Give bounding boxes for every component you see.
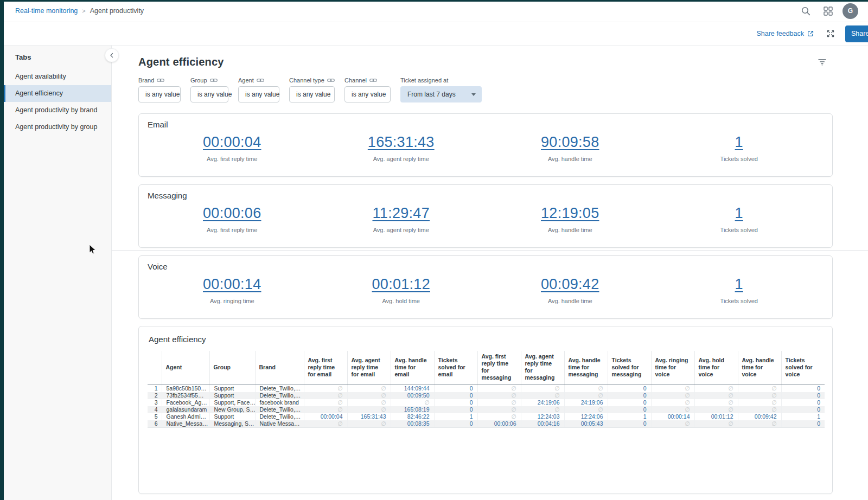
cell-avg-handle-time-for-email: ∅ bbox=[391, 399, 434, 406]
cell-avg-handle-time-for-messaging[interactable]: 24:19:06 bbox=[564, 399, 608, 406]
breadcrumb-item-real-time-monitoring[interactable]: Real-time monitoring bbox=[15, 7, 78, 15]
metric-value[interactable]: 90:09:58 bbox=[541, 134, 599, 150]
metric-value[interactable]: 11:29:47 bbox=[373, 205, 430, 221]
search-button[interactable] bbox=[798, 3, 813, 18]
metric-avg-handle-time: 90:09:58Avg. handle time bbox=[486, 134, 655, 162]
filters-toggle-button[interactable] bbox=[814, 54, 829, 69]
metric-value[interactable]: 1 bbox=[735, 205, 743, 221]
metric-label: Avg. hold time bbox=[317, 298, 486, 304]
metric-label: Tickets solved bbox=[655, 227, 824, 233]
cell-tickets-solved-for-voice[interactable]: 0 bbox=[781, 420, 825, 428]
cell-avg-ringing-time-for-voice: ∅ bbox=[651, 399, 694, 406]
metric-value[interactable]: 00:01:12 bbox=[372, 276, 431, 292]
cell-tickets-solved-for-messaging[interactable]: 0 bbox=[608, 392, 651, 399]
cell-avg-handle-time-for-email[interactable]: 144:09:44 bbox=[391, 385, 434, 393]
metric-value[interactable]: 00:00:06 bbox=[203, 205, 261, 221]
cell-avg-handle-time-for-messaging[interactable]: 00:05:43 bbox=[564, 420, 608, 428]
app-body: Tabs Agent availabilityAgent efficiencyA… bbox=[4, 46, 868, 500]
metric-value[interactable]: 00:00:04 bbox=[203, 134, 261, 150]
channel-card-voice: Voice00:00:14Avg. ringing time00:01:12Av… bbox=[138, 255, 833, 319]
cell-tickets-solved-for-messaging[interactable]: 0 bbox=[608, 406, 651, 413]
cell-avg-handle-time-for-email[interactable]: 82:46:22 bbox=[391, 413, 434, 420]
cell-tickets-solved-for-voice[interactable]: 0 bbox=[781, 406, 825, 413]
metric-tickets-solved: 1Tickets solved bbox=[655, 134, 824, 162]
cell-avg-ringing-time-for-voice: ∅ bbox=[651, 385, 694, 393]
metric-value[interactable]: 165:31:43 bbox=[368, 134, 435, 150]
sidebar-item-agent-productivity-by-brand[interactable]: Agent productivity by brand bbox=[4, 102, 111, 119]
cell-tickets-solved-for-email[interactable]: 1 bbox=[434, 413, 477, 420]
metric-value[interactable]: 1 bbox=[735, 134, 743, 150]
metric-value[interactable]: 1 bbox=[735, 276, 743, 292]
filter-value-box[interactable]: is any value bbox=[344, 86, 391, 102]
card-title: Voice bbox=[148, 262, 824, 271]
cell-tickets-solved-for-voice[interactable]: 0 bbox=[781, 385, 825, 393]
cell-avg-handle-time-for-voice[interactable]: 00:09:42 bbox=[738, 413, 781, 420]
cell-tickets-solved-for-email[interactable]: 0 bbox=[434, 420, 477, 428]
cell-tickets-solved-for-voice[interactable]: 0 bbox=[781, 399, 825, 406]
filter-funnel-icon bbox=[818, 58, 826, 66]
metric-value[interactable]: 00:09:42 bbox=[541, 276, 599, 292]
metric-value[interactable]: 12:19:05 bbox=[541, 205, 599, 221]
cell-avg-agent-reply-time-for-email[interactable]: 165:31:43 bbox=[347, 413, 391, 420]
cell-tickets-solved-for-email[interactable]: 0 bbox=[434, 406, 477, 413]
fullscreen-button[interactable] bbox=[823, 26, 838, 41]
col-header-avg-ringing-time-for-voice: Avg. ringing time for voice bbox=[651, 351, 694, 385]
metric-avg-hold-time: 00:01:12Avg. hold time bbox=[317, 276, 486, 304]
col-header-avg-agent-reply-time-for-email: Avg. agent reply time for email bbox=[347, 351, 391, 385]
main-content: Agent efficiency Brand is any valueGroup… bbox=[112, 46, 868, 500]
share-button[interactable]: Share bbox=[845, 25, 868, 42]
sidebar-item-agent-availability[interactable]: Agent availability bbox=[4, 68, 111, 85]
metric-label: Avg. ringing time bbox=[148, 298, 317, 304]
sidebar-item-agent-productivity-by-group[interactable]: Agent productivity by group bbox=[4, 119, 111, 136]
filter-value-dropdown[interactable]: From last 7 days bbox=[400, 86, 482, 102]
cell-tickets-solved-for-email[interactable]: 0 bbox=[434, 399, 477, 406]
cell-avg-hold-time-for-voice: ∅ bbox=[694, 399, 738, 406]
apps-grid-button[interactable] bbox=[820, 3, 835, 18]
cell-avg-handle-time-for-email[interactable]: 00:09:50 bbox=[391, 392, 434, 399]
cell-avg-first-reply-time-for-messaging[interactable]: 00:00:06 bbox=[477, 420, 521, 428]
cell-avg-agent-reply-time-for-messaging[interactable]: 00:04:16 bbox=[521, 420, 564, 428]
sidebar-item-agent-efficiency[interactable]: Agent efficiency bbox=[4, 85, 111, 102]
cell-avg-ringing-time-for-voice[interactable]: 00:00:14 bbox=[651, 413, 694, 420]
share-feedback-link[interactable]: Share feedback bbox=[756, 30, 814, 37]
filter-label: Brand bbox=[138, 77, 154, 84]
cell-tickets-solved-for-messaging[interactable]: 1 bbox=[608, 413, 651, 420]
filter-value-box[interactable]: is any value bbox=[138, 86, 181, 102]
cell-tickets-solved-for-email[interactable]: 0 bbox=[434, 385, 477, 393]
cell-tickets-solved-for-messaging[interactable]: 0 bbox=[608, 399, 651, 406]
cell-avg-agent-reply-time-for-messaging[interactable]: 24:19:06 bbox=[521, 399, 564, 406]
cell-avg-handle-time-for-email[interactable]: 00:08:35 bbox=[391, 420, 434, 428]
agent-efficiency-table-card: Agent efficiency AgentGroupBrandAvg. fir… bbox=[138, 326, 833, 494]
col-header-avg-hold-time-for-voice: Avg. hold time for voice bbox=[694, 351, 738, 385]
filter-value-box[interactable]: is any value bbox=[190, 86, 228, 102]
channel-card-messaging: Messaging00:00:06Avg. first reply time11… bbox=[138, 184, 833, 248]
filter-label: Group bbox=[190, 77, 207, 84]
col-header-tickets-solved-for-messaging: Tickets solved for messaging bbox=[608, 351, 651, 385]
col-header-tickets-solved-for-voice: Tickets solved for voice bbox=[781, 351, 825, 385]
table-row: 273fb2534f55…SupportDelete_Twilio,…∅∅00:… bbox=[148, 392, 825, 399]
cell-agent: Native_Messa… bbox=[162, 420, 209, 428]
filter-value-box[interactable]: is any value bbox=[238, 86, 279, 102]
filter-value-box[interactable]: is any value bbox=[289, 86, 335, 102]
cell-tickets-solved-for-voice[interactable]: 0 bbox=[781, 392, 825, 399]
cell-tickets-solved-for-messaging[interactable]: 0 bbox=[608, 420, 651, 428]
metric-value[interactable]: 00:00:14 bbox=[203, 276, 261, 292]
cell-tickets-solved-for-email[interactable]: 0 bbox=[434, 392, 477, 399]
cell-avg-agent-reply-time-for-email: ∅ bbox=[347, 392, 391, 399]
sidebar-collapse-button[interactable] bbox=[105, 48, 119, 62]
cell-tickets-solved-for-messaging[interactable]: 0 bbox=[608, 385, 651, 393]
card-title: Email bbox=[148, 120, 824, 129]
col-header-group: Group bbox=[209, 351, 255, 385]
cell-avg-handle-time-for-email[interactable]: 165:08:19 bbox=[391, 406, 434, 413]
metric-label: Avg. first reply time bbox=[148, 156, 317, 162]
avatar[interactable]: G bbox=[843, 3, 858, 19]
cell-avg-hold-time-for-voice[interactable]: 00:01:12 bbox=[694, 413, 738, 420]
cell-group: New Group, S… bbox=[209, 406, 255, 413]
breadcrumb: Real-time monitoring>Agent productivity bbox=[15, 7, 144, 15]
cell-avg-agent-reply-time-for-messaging[interactable]: 12:24:03 bbox=[521, 413, 564, 420]
cell-brand: Native Messa… bbox=[255, 420, 304, 428]
cell-avg-first-reply-time-for-email[interactable]: 00:00:04 bbox=[304, 413, 347, 420]
cell-tickets-solved-for-voice[interactable]: 1 bbox=[781, 413, 825, 420]
cell-avg-handle-time-for-messaging[interactable]: 12:24:06 bbox=[564, 413, 608, 420]
link-icon bbox=[327, 78, 335, 82]
